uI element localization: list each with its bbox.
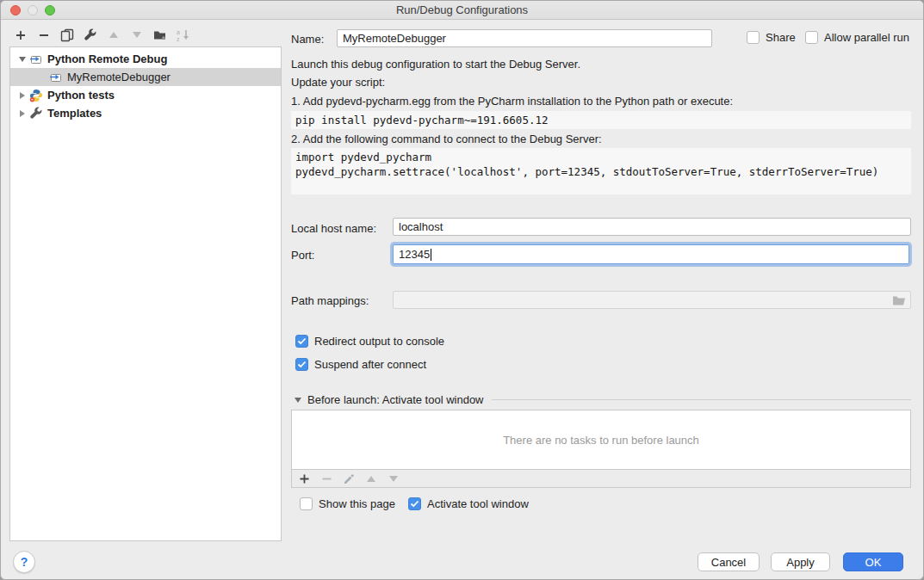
move-down-icon <box>129 28 144 42</box>
before-launch-label: Before launch: Activate tool window <box>307 393 484 406</box>
zoom-window-button[interactable] <box>45 5 55 15</box>
step-2-text: 2. Add the following command to connect … <box>291 133 602 145</box>
window-title: Run/Debug Configurations <box>1 1 923 19</box>
help-button[interactable]: ? <box>13 551 35 573</box>
suspend-after-connect-label: Suspend after connect <box>314 358 426 371</box>
show-this-page-checkbox[interactable] <box>300 497 313 510</box>
minimize-window-button <box>28 5 38 15</box>
configurations-tree: Python Remote Debug MyRemoteDebugger Pyt… <box>9 46 282 541</box>
chevron-expanded-icon[interactable] <box>295 398 301 403</box>
tree-item-python-remote-debug[interactable]: Python Remote Debug <box>10 50 281 68</box>
copy-configuration-icon[interactable] <box>59 28 74 42</box>
port-input[interactable]: 12345 <box>393 244 909 264</box>
apply-button[interactable]: Apply <box>771 552 830 571</box>
sort-alphabetically-icon: a z <box>176 28 190 42</box>
tree-item-templates[interactable]: Templates <box>10 104 281 122</box>
tree-item-label: MyRemoteDebugger <box>67 71 171 83</box>
suspend-after-connect-checkbox[interactable] <box>295 358 308 371</box>
step-1-text: 1. Add pydevd-pycharm.egg from the PyCha… <box>291 95 733 108</box>
local-host-name-input[interactable] <box>393 218 911 236</box>
port-value: 12345 <box>399 248 430 261</box>
run-debug-configurations-dialog: Run/Debug Configurations a z <box>0 0 924 580</box>
allow-parallel-run-label: Allow parallel run <box>824 31 909 44</box>
remote-debug-config-icon <box>49 71 63 84</box>
new-folder-icon[interactable] <box>152 28 167 42</box>
configurations-toolbar: a z <box>13 28 190 42</box>
path-mappings-input[interactable] <box>393 291 911 309</box>
ok-button[interactable]: OK <box>843 552 903 571</box>
name-label: Name: <box>291 33 324 46</box>
add-task-icon[interactable] <box>297 472 311 485</box>
add-configuration-icon[interactable] <box>13 28 28 42</box>
move-task-up-icon <box>364 472 378 485</box>
tree-item-label: Templates <box>47 107 102 120</box>
share-checkbox[interactable] <box>747 31 760 44</box>
allow-parallel-run-checkbox[interactable] <box>805 31 818 44</box>
redirect-output-checkbox[interactable] <box>295 335 308 348</box>
edit-defaults-wrench-icon[interactable] <box>83 28 97 42</box>
remove-configuration-icon[interactable] <box>36 28 51 42</box>
titlebar[interactable]: Run/Debug Configurations <box>1 1 923 20</box>
edit-task-pencil-icon <box>342 472 356 485</box>
python-tests-icon <box>29 89 43 102</box>
remote-debug-config-icon <box>29 52 43 66</box>
tasks-toolbar <box>291 470 911 488</box>
close-window-button[interactable] <box>10 5 21 15</box>
chevron-collapsed-icon[interactable] <box>17 110 28 117</box>
svg-text:z: z <box>177 36 180 42</box>
settrace-code-block: import pydevd_pycharm pydevd_pycharm.set… <box>291 148 911 194</box>
move-up-icon <box>106 28 121 42</box>
chevron-collapsed-icon[interactable] <box>17 92 28 99</box>
before-launch-section-header[interactable]: Before launch: Activate tool window <box>295 393 911 406</box>
move-task-down-icon <box>387 472 400 485</box>
before-launch-tasks-list[interactable]: There are no tasks to run before launch <box>291 410 911 470</box>
configuration-editor: Name: Share Allow parallel run Launch th… <box>291 27 912 555</box>
text-caret <box>431 249 431 261</box>
show-this-page-label: Show this page <box>319 497 395 510</box>
port-label: Port: <box>291 249 314 262</box>
pip-install-code-block: pip install pydevd-pycharm~=191.6605.12 <box>291 111 911 129</box>
redirect-output-label: Redirect output to console <box>314 335 444 348</box>
remove-task-icon <box>319 472 333 485</box>
chevron-expanded-icon[interactable] <box>17 57 28 62</box>
help-question-mark: ? <box>21 555 28 569</box>
tree-item-label: Python Remote Debug <box>47 52 167 65</box>
name-input[interactable] <box>337 29 712 47</box>
local-host-name-label: Local host name: <box>291 222 376 235</box>
svg-text:a: a <box>177 29 180 35</box>
tree-item-python-tests[interactable]: Python tests <box>10 86 281 104</box>
activate-tool-window-checkbox[interactable] <box>408 497 421 510</box>
description-line-2: Update your script: <box>291 76 385 89</box>
cancel-button[interactable]: Cancel <box>698 552 760 571</box>
description-line-1: Launch this debug configuration to start… <box>291 58 580 71</box>
empty-tasks-text: There are no tasks to run before launch <box>503 434 699 447</box>
templates-wrench-icon <box>29 107 43 120</box>
tree-item-myremotedebugger[interactable]: MyRemoteDebugger <box>10 68 281 86</box>
activate-tool-window-label: Activate tool window <box>427 497 529 510</box>
tree-item-label: Python tests <box>47 89 115 102</box>
path-mappings-label: Path mappings: <box>291 294 369 307</box>
section-divider <box>492 399 911 400</box>
share-label: Share <box>766 31 796 44</box>
browse-folder-icon[interactable] <box>892 294 906 309</box>
